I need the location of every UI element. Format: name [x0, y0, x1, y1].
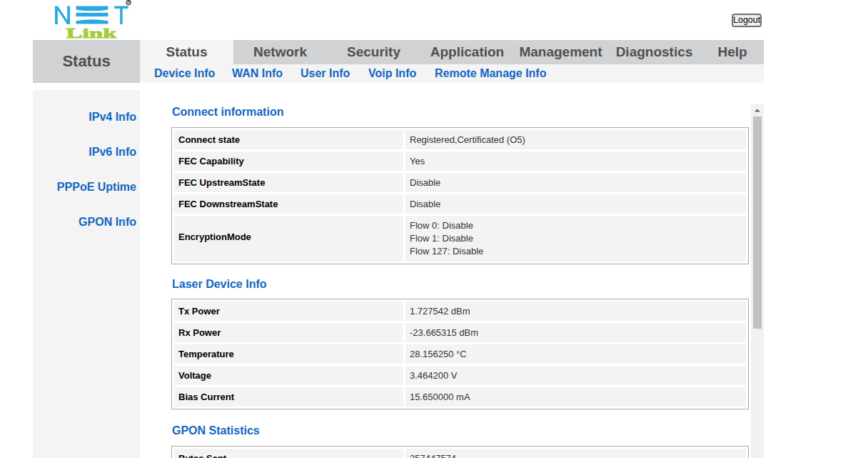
svg-text:Link: Link: [66, 26, 118, 41]
